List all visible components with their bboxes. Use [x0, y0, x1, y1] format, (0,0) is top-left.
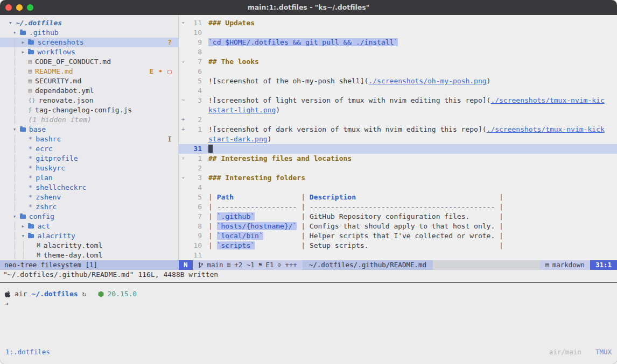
line-number: 31 [188, 144, 202, 154]
editor-line[interactable]: 9| `local/bin` | Helper scripts that I'v… [179, 231, 617, 241]
editor-line[interactable]: 8| `hosts/{hostname}/` | Configs that sh… [179, 222, 617, 231]
prompt-cwd: ~/.dotfiles [31, 289, 78, 299]
tree-item-zshenv[interactable]: │ *zshenv [0, 192, 178, 202]
editor-line[interactable]: 6| ------------------- | ---------------… [179, 202, 617, 212]
fold-marker-icon[interactable]: ▿ [179, 173, 188, 183]
editor-line[interactable]: 5| Path | Description | [179, 192, 617, 202]
expander-open-icon[interactable]: ▾ [13, 125, 20, 134]
fold-column [179, 144, 188, 154]
fold-column [179, 105, 188, 115]
editor-line[interactable]: ▿3### Interesting folders [179, 173, 617, 183]
link-text[interactable]: kstart-light.png [208, 106, 276, 114]
tree-item-workflows[interactable]: │ ▸workflows [0, 47, 178, 57]
folder-icon [20, 215, 26, 219]
editor-line[interactable]: 31 [179, 144, 617, 154]
shell-area[interactable]: air ~/.dotfiles ↻ 20.15.0 → [0, 283, 617, 309]
tree-item-github[interactable]: ▾.github [0, 28, 178, 38]
tree-item-theme-day-toml[interactable]: │ │ Mtheme-day.toml [0, 251, 178, 260]
expander-closed-icon[interactable]: ▸ [21, 47, 28, 57]
tree-item-readme-md[interactable]: │ ▤README.mdE•▢ [0, 67, 178, 76]
line-number [188, 134, 202, 144]
editor-line[interactable]: 8 [179, 47, 617, 57]
tree-item-dependabot-yml[interactable]: │ ▤dependabot.yml [0, 86, 178, 96]
editor-line[interactable]: kstart-light.png) [179, 105, 617, 115]
tree-item-zshrc[interactable]: │ *zshrc [0, 202, 178, 212]
indent-guide [9, 28, 13, 38]
expander-open-icon[interactable]: ▾ [13, 212, 20, 222]
line-text [208, 47, 617, 57]
tree-item-alacritty[interactable]: │ ▾alacritty [0, 231, 178, 241]
tree-item-tag-changelog-config-js[interactable]: │ ƒtag-changelog-config.js [0, 105, 178, 115]
tree-item-security-md[interactable]: │ ▤SECURITY.md [0, 76, 178, 86]
editor-line[interactable]: 4 [179, 86, 617, 96]
editor-line[interactable]: 10| `scripts` | Setup scripts. | [179, 241, 617, 251]
editor-line[interactable]: 2 [179, 163, 617, 173]
expander-closed-icon[interactable]: ▸ [21, 222, 28, 231]
tree-item-dotfiles[interactable]: ▾~/.dotfiles [0, 18, 178, 28]
link-text[interactable]: start-dark.png [208, 135, 268, 143]
fold-marker-icon[interactable]: ▿ [179, 57, 188, 67]
indent-guide: │ [9, 38, 21, 47]
tree-item-base[interactable]: ▾base [0, 125, 178, 134]
editor-line[interactable]: start-dark.png) [179, 134, 617, 144]
tree-item-gitprofile[interactable]: │ *gitprofile [0, 154, 178, 163]
tmux-window-item[interactable]: 1:.dotfiles [5, 347, 50, 357]
fold-marker-icon[interactable]: + [179, 125, 188, 134]
editor-line[interactable]: ▿1## Interesting files and locations [179, 154, 617, 163]
tree-item-plan[interactable]: │ *plan [0, 173, 178, 183]
editor-line[interactable]: 10 [179, 28, 617, 38]
text-segment: ) [487, 77, 491, 85]
text-segment: ![screenshot of light version of tmux wi… [208, 96, 490, 104]
doc-file-icon: ▤ [28, 67, 32, 76]
tree-item-1-hidden-item[interactable]: │ (1 hidden item) [0, 115, 178, 125]
tree-item-bashrc[interactable]: │ *bashrcI [0, 134, 178, 144]
expander-closed-icon[interactable]: ▸ [21, 38, 28, 47]
link-text[interactable]: ./screenshots/oh-my-posh.png [368, 77, 486, 85]
close-button[interactable] [5, 4, 12, 11]
tree-item-screenshots[interactable]: │ ▸screenshots? [0, 38, 178, 47]
line-text: ## The looks [208, 57, 617, 67]
editor-lines[interactable]: ▿11### Updates 10 9`cd $HOME/.dotfiles &… [179, 15, 617, 260]
line-text: | Path | Description | [208, 192, 617, 202]
fold-marker-icon[interactable]: ▿ [179, 18, 188, 28]
fold-marker-icon[interactable]: ▿ [179, 154, 188, 163]
link-text[interactable]: ./screenshots/tmux-nvim-kick [487, 125, 605, 133]
tree-item-act[interactable]: │ ▸act [0, 222, 178, 231]
diagnostics-icon: ⚑ [258, 260, 262, 270]
editor-line[interactable]: 4 [179, 183, 617, 192]
fold-column [179, 192, 188, 202]
tree-item-label: .github [29, 28, 59, 38]
editor-line[interactable]: 6 [179, 67, 617, 76]
editor-line[interactable]: 5![screenshot of the oh-my-posh shell](.… [179, 76, 617, 86]
tmux-session-name: air/main [549, 347, 581, 357]
tree-item-ecrc[interactable]: │ *ecrc [0, 144, 178, 154]
text-segment: Setup scripts. [310, 241, 495, 249]
text-segment: | [208, 232, 217, 240]
indent-guide: │ [9, 202, 21, 212]
tree-item-renovate-json[interactable]: │ {}renovate.json [0, 96, 178, 105]
text-segment: | [208, 203, 217, 211]
expander-open-icon[interactable]: ▾ [9, 18, 16, 28]
shell-input-line[interactable]: → [4, 299, 613, 309]
editor-line[interactable]: +2 [179, 115, 617, 125]
expander-open-icon[interactable]: ▾ [21, 231, 28, 241]
fold-marker-icon[interactable]: ~ [179, 96, 188, 105]
tree-item-alacritty-toml[interactable]: │ │ Malacritty.toml [0, 241, 178, 251]
tree-item-shellcheckrc[interactable]: │ *shellcheckrc [0, 183, 178, 192]
tree-item-code-of-conduct-md[interactable]: │ ▤CODE_OF_CONDUCT.md [0, 57, 178, 67]
editor-line[interactable]: 11 [179, 251, 617, 260]
editor-line[interactable]: 7| `.github` | GitHub Repository configu… [179, 212, 617, 222]
fold-marker-icon[interactable]: + [179, 115, 188, 125]
expander-open-icon[interactable]: ▾ [13, 28, 20, 38]
zoom-button[interactable] [27, 4, 33, 11]
tree-item-config[interactable]: ▾config [0, 212, 178, 222]
prompt-host: air [15, 289, 27, 299]
editor-line[interactable]: ▿11### Updates [179, 18, 617, 28]
minimize-button[interactable] [16, 4, 23, 11]
editor-line[interactable]: ~3![screenshot of light version of tmux … [179, 96, 617, 105]
editor-line[interactable]: +1![screenshot of dark version of tmux w… [179, 125, 617, 134]
editor-line[interactable]: 9`cd $HOME/.dotfiles && git pull && ./in… [179, 38, 617, 47]
link-text[interactable]: ./screenshots/tmux-nvim-kic [490, 96, 604, 104]
tree-item-huskyrc[interactable]: │ *huskyrc [0, 163, 178, 173]
editor-line[interactable]: ▿7## The looks [179, 57, 617, 67]
